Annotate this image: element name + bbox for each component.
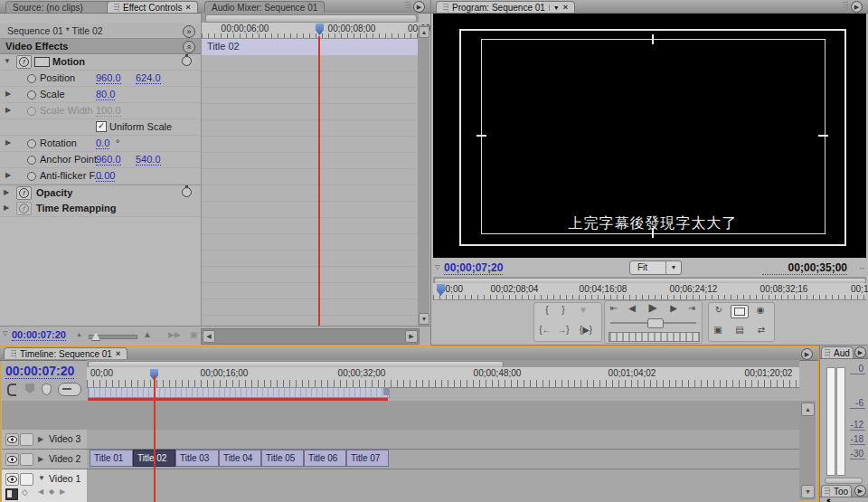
tab-timeline[interactable]: Timeline: Sequence 01 × — [4, 347, 127, 359]
shuttle-slider[interactable] — [610, 322, 696, 324]
twirl-closed-icon[interactable]: ▶ — [5, 138, 11, 147]
jog-disk[interactable] — [609, 332, 700, 342]
track-output-toggle[interactable] — [5, 453, 19, 466]
zoom-out-icon[interactable]: ▲ — [76, 331, 82, 337]
show-keyframes-icon[interactable]: ◇ — [22, 488, 28, 497]
track-twirl-icon[interactable]: ▶ — [38, 435, 43, 443]
tab-dropdown-icon[interactable]: ▼ — [549, 5, 560, 11]
twirl-closed-icon[interactable]: ▶ — [4, 188, 9, 196]
twirl-closed-icon[interactable]: ▶ — [4, 204, 9, 212]
selection-tool-icon[interactable]: ↖ — [826, 497, 834, 502]
next-keyframe-icon[interactable]: ▶ — [60, 488, 65, 496]
timeline-ruler[interactable]: 00;00 00;00;16;00 00;00;32;00 00;00;48;0… — [87, 367, 799, 388]
play-in-to-out-button[interactable]: {▶} — [576, 325, 596, 336]
twirl-open-icon[interactable]: ▼ — [4, 57, 11, 65]
effect-row-opacity[interactable]: ▶ f Opacity — [0, 185, 201, 202]
show-hide-timeline-icon[interactable]: » — [183, 25, 195, 38]
close-icon[interactable]: × — [185, 3, 190, 12]
bbox-handle-top[interactable] — [652, 34, 654, 44]
tab-source[interactable]: Source: (no clips) — [5, 1, 116, 13]
toggle-animation-icon[interactable] — [27, 156, 36, 165]
goto-out-button[interactable]: ⇥ — [684, 303, 699, 314]
output-button[interactable]: ◉ — [754, 305, 767, 316]
tab-audio-meters[interactable]: Aud — [821, 346, 854, 358]
timeline-vscrollbar[interactable]: ▲ ▼ — [799, 401, 816, 500]
zoom-in-icon[interactable]: ▲ — [143, 329, 152, 339]
step-forward-button[interactable]: ▶ — [666, 303, 681, 314]
param-value[interactable]: 624.0 — [136, 72, 161, 84]
resize-icon[interactable]: ↔ — [858, 263, 865, 271]
zoom-slider-thumb[interactable] — [91, 332, 100, 341]
set-display-style-icon[interactable] — [5, 488, 18, 500]
tab-tools[interactable]: Too — [821, 485, 852, 497]
work-area-end-handle[interactable] — [383, 388, 389, 395]
stopwatch-icon[interactable] — [182, 187, 192, 197]
marker-icon[interactable] — [42, 384, 52, 395]
panel-menu-icon[interactable]: ▶ — [851, 1, 863, 13]
tab-program[interactable]: Program: Sequence 01 ▼ × — [436, 1, 575, 13]
toggle-animation-icon[interactable] — [27, 172, 36, 181]
toggle-animation-icon[interactable] — [27, 74, 36, 83]
toggle-animation-icon[interactable] — [27, 139, 36, 148]
clip-title-07[interactable]: Title 07 — [346, 450, 389, 467]
clip-bounding-box[interactable] — [481, 39, 826, 234]
program-ruler[interactable]: 00;00 00;02;08;04 00;04;16;08 00;06;24;1… — [433, 283, 866, 300]
param-value[interactable]: 540.0 — [136, 154, 161, 166]
ec-zoombar-thumb[interactable] — [205, 14, 417, 23]
effect-row-motion[interactable]: ▼ f Motion — [0, 54, 201, 71]
track-content-video2[interactable]: Title 01 Title 02 Title 03 Title 04 Titl… — [87, 450, 799, 469]
snap-icon[interactable] — [7, 384, 16, 396]
twirl-closed-icon[interactable]: ▶ — [5, 106, 11, 114]
prev-keyframe-icon[interactable]: ◀ — [38, 488, 43, 496]
clip-title-05[interactable]: Title 05 — [261, 450, 304, 467]
track-output-toggle[interactable] — [5, 433, 19, 446]
bbox-handle-right[interactable] — [818, 135, 828, 137]
export-button[interactable]: ⇄ — [754, 325, 769, 336]
safe-margins-button[interactable] — [731, 305, 749, 318]
toggle-animation-icon[interactable] — [27, 90, 36, 99]
clip-title-01[interactable]: Title 01 — [90, 450, 133, 467]
program-video-area[interactable]: 上完字幕後發現字太大了 — [433, 14, 866, 258]
panel-menu-icon[interactable]: ▶ — [854, 346, 866, 358]
track-twirl-icon[interactable]: ▼ — [38, 474, 45, 482]
param-value[interactable]: 0.0 — [96, 137, 109, 149]
fx-bypass-button[interactable]: f — [16, 186, 32, 200]
play-from-in-button[interactable]: {← — [538, 325, 552, 336]
track-lock-toggle[interactable] — [20, 433, 33, 446]
encore-chapter-marker-icon[interactable] — [25, 384, 34, 393]
scroll-down-icon[interactable]: ▼ — [801, 485, 815, 498]
scroll-up-icon[interactable]: ▲ — [419, 26, 429, 38]
timeline-current-timecode[interactable]: 00:00:07:20 — [5, 364, 74, 379]
timeline-playhead-line[interactable] — [154, 375, 156, 502]
close-icon[interactable]: × — [116, 349, 120, 358]
param-value[interactable]: 80.0 — [96, 89, 115, 100]
bbox-handle-left[interactable] — [476, 135, 486, 137]
work-area-bar[interactable] — [88, 387, 390, 398]
param-value[interactable]: 0.00 — [96, 170, 115, 182]
param-value[interactable]: 960.0 — [96, 154, 121, 166]
zoom-slider[interactable] — [89, 335, 137, 339]
tab-audio-mixer[interactable]: Audio Mixer: Sequence 01 — [204, 1, 325, 13]
clip-title-06[interactable]: Title 06 — [304, 450, 346, 467]
set-out-button[interactable]: } — [558, 305, 569, 316]
shuttle-thumb[interactable] — [647, 318, 664, 328]
scroll-up-icon[interactable]: ▲ — [801, 403, 815, 416]
ec-timeline-ruler[interactable]: 00;00;06;00 00;00;08;00 00;00; — [202, 23, 419, 39]
scroll-down-icon[interactable]: ▼ — [419, 313, 429, 325]
play-to-out-button[interactable]: →} — [556, 325, 571, 336]
track-output-toggle[interactable] — [5, 473, 19, 486]
panel-menu-icon[interactable]: ▶ — [801, 348, 813, 360]
tab-effect-controls[interactable]: Effect Controls × — [107, 1, 198, 13]
play-effect-icon[interactable]: ▶▶ — [168, 330, 181, 339]
program-zoombar[interactable] — [433, 277, 866, 283]
set-marker-button[interactable]: ▼ — [578, 305, 589, 316]
add-keyframe-icon[interactable]: ◆ — [49, 488, 54, 496]
track-lock-toggle[interactable] — [20, 453, 33, 466]
ec-timeline-zoombar[interactable] — [202, 13, 419, 23]
panel-menu-icon[interactable]: ▶ — [413, 1, 425, 13]
track-display-toggle[interactable] — [58, 383, 81, 396]
timeline-zoombar[interactable] — [87, 360, 799, 367]
scroll-right-icon[interactable]: ▶ — [405, 330, 418, 343]
program-current-timecode[interactable]: 00;00;07;20 — [444, 261, 503, 275]
twirl-closed-icon[interactable]: ▶ — [5, 90, 11, 98]
